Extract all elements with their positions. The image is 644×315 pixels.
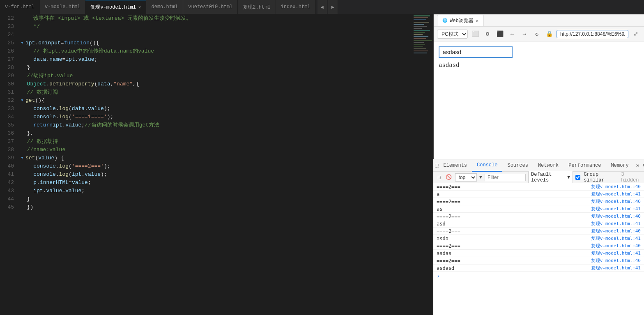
tab-next-button[interactable]: ▶	[328, 0, 338, 14]
console-source-2[interactable]: 复现v-model.html:41	[591, 191, 641, 197]
console-row-8[interactable]: asda 复现v-model.html:41	[433, 235, 644, 242]
close-icon[interactable]: ✕	[138, 5, 141, 10]
console-row-5[interactable]: ====2=== 复现v-model.html:40	[433, 213, 644, 220]
console-value-2: a	[437, 191, 439, 197]
screenshot-button[interactable]: ⬜	[470, 29, 480, 39]
devtools-tab-console[interactable]: Console	[472, 159, 502, 172]
console-source-7[interactable]: 复现v-model.html:40	[591, 228, 641, 234]
console-source-5[interactable]: 复现v-model.html:40	[591, 213, 641, 219]
console-row-10[interactable]: asdas 复现v-model.html:41	[433, 250, 644, 257]
svg-rect-12	[414, 38, 426, 39]
console-context-select[interactable]: top	[455, 173, 477, 182]
devtools-resize-handle[interactable]: ⬆	[642, 162, 644, 168]
svg-rect-16	[414, 46, 423, 47]
svg-rect-17	[414, 48, 426, 49]
browser-panel: 🌐 Web浏览器 ✕ PC模式 ⬜ ⚙ ⬛ ← → ↻ 🔒 ⤢	[433, 14, 644, 159]
console-filter-input[interactable]	[485, 174, 526, 181]
browser-input[interactable]	[439, 46, 513, 58]
browser-favicon: 🌐	[442, 18, 447, 23]
svg-rect-5	[414, 24, 424, 25]
lock-button[interactable]: 🔒	[544, 29, 554, 39]
console-source-4[interactable]: 复现v-model.html:41	[591, 206, 641, 212]
ln-35: 35	[0, 121, 14, 129]
console-value-10: asdas	[437, 251, 451, 256]
tab-fuxian-label: 复现v-model.html	[90, 4, 136, 11]
console-value-8: asda	[437, 236, 448, 241]
tab-fuxian2[interactable]: 复现2.html	[238, 0, 276, 14]
default-levels-chevron: ▼	[567, 175, 570, 180]
console-log-area[interactable]: ====2=== 复现v-model.html:40 a 复现v-model.h…	[433, 183, 644, 315]
devtools-tab-network[interactable]: Network	[533, 159, 564, 172]
console-source-3[interactable]: 复现v-model.html:40	[591, 198, 641, 205]
ln-36: 36	[0, 129, 14, 138]
code-line-26: // 将ipt.value中的值传给data.name的value	[21, 47, 413, 55]
tab-vfor[interactable]: v-for.html	[0, 0, 40, 14]
expand-button[interactable]: ⬛	[495, 29, 505, 39]
default-levels-button[interactable]: Default levels ▼	[528, 171, 573, 184]
url-bar[interactable]	[557, 30, 628, 38]
svg-rect-15	[414, 44, 425, 45]
settings-button[interactable]: ⚙	[483, 29, 492, 39]
ln-41: 41	[0, 170, 14, 179]
console-row-1[interactable]: ====2=== 复现v-model.html:40	[433, 183, 644, 191]
browser-content: asdasd	[434, 41, 644, 159]
console-source-1[interactable]: 复现v-model.html:40	[591, 184, 641, 190]
console-row-6[interactable]: asd 复现v-model.html:41	[433, 220, 644, 228]
devtools-tab-sources[interactable]: Sources	[502, 159, 533, 172]
svg-rect-8	[414, 30, 430, 31]
console-source-10[interactable]: 复现v-model.html:41	[591, 250, 641, 256]
ln-44: 44	[0, 195, 14, 203]
tab-vuetest[interactable]: vuetest010.html	[183, 0, 238, 14]
devtools-tab-performance[interactable]: Performance	[564, 159, 606, 172]
console-row-9[interactable]: ====2=== 复现v-model.html:40	[433, 242, 644, 250]
devtools-inspect-icon[interactable]: ⬚	[435, 162, 438, 169]
console-row-3[interactable]: ====2=== 复现v-model.html:40	[433, 198, 644, 205]
console-source-8[interactable]: 复现v-model.html:41	[591, 235, 641, 241]
console-source-6[interactable]: 复现v-model.html:41	[591, 221, 641, 227]
browser-tab[interactable]: 🌐 Web浏览器 ✕	[437, 15, 484, 26]
console-clear-button[interactable]: 🚫	[445, 173, 452, 182]
browser-mode-select[interactable]: PC模式	[437, 30, 468, 39]
code-line-39: ▾ set(value) {	[21, 154, 413, 162]
console-value-5: ====2===	[437, 214, 460, 219]
tab-fuxian2-label: 复现2.html	[243, 4, 270, 11]
svg-rect-0	[413, 14, 433, 315]
console-source-9[interactable]: 复现v-model.html:40	[591, 243, 641, 249]
main-area: 22 23 24 25 26 27 28 29 30 31 32 33 34 3…	[0, 14, 644, 315]
console-row-11[interactable]: ====2=== 复现v-model.html:40	[433, 257, 644, 264]
refresh-button[interactable]: ↻	[532, 29, 542, 39]
back-button[interactable]: ←	[507, 29, 517, 39]
console-row-7[interactable]: ====2=== 复现v-model.html:40	[433, 228, 644, 235]
tab-fuxian-vmodel[interactable]: 复现v-model.html ✕	[85, 0, 146, 14]
forward-button[interactable]: →	[520, 29, 529, 39]
code-content[interactable]: 该事件在 <input> 或 <textarea> 元素的值发生改变时触发。 *…	[17, 14, 413, 315]
devtools-tab-memory[interactable]: Memory	[606, 159, 634, 172]
devtools-tab-elements[interactable]: Elements	[438, 159, 472, 172]
console-prompt-row[interactable]: ›	[433, 272, 644, 280]
console-source-12[interactable]: 复现v-model.html:41	[591, 265, 641, 271]
console-row-4[interactable]: as 复现v-model.html:41	[433, 205, 644, 213]
console-inspect-icon[interactable]: ⬚	[436, 173, 443, 182]
group-similar-checkbox[interactable]	[575, 175, 580, 180]
collapse-icon-25[interactable]: ▾	[21, 39, 25, 47]
tab-prev-button[interactable]: ◀	[317, 0, 327, 14]
ln-25: 25	[0, 39, 14, 47]
collapse-icon-39[interactable]: ▾	[21, 154, 25, 162]
console-row-2[interactable]: a 复现v-model.html:41	[433, 191, 644, 198]
svg-rect-1	[414, 15, 430, 16]
fullscreen-button[interactable]: ⤢	[631, 29, 641, 39]
tab-index[interactable]: index.html	[276, 0, 316, 14]
ln-45: 45	[0, 203, 14, 212]
collapse-icon-32[interactable]: ▾	[21, 97, 25, 105]
default-levels-label: Default levels	[531, 172, 566, 183]
console-row-12[interactable]: asdasd 复现v-model.html:41	[433, 264, 644, 272]
code-line-34: console.log('====1====');	[21, 113, 413, 121]
tab-bar: v-for.html v-modle.html 复现v-model.html ✕…	[0, 0, 644, 14]
devtools-more-button[interactable]: »	[634, 162, 642, 169]
svg-rect-6	[414, 26, 427, 27]
browser-close-icon[interactable]: ✕	[476, 18, 479, 23]
tab-demo[interactable]: demo.html	[146, 0, 183, 14]
console-source-11[interactable]: 复现v-model.html:40	[591, 258, 641, 264]
tab-index-label: index.html	[281, 4, 310, 10]
tab-vmodle[interactable]: v-modle.html	[40, 0, 85, 14]
